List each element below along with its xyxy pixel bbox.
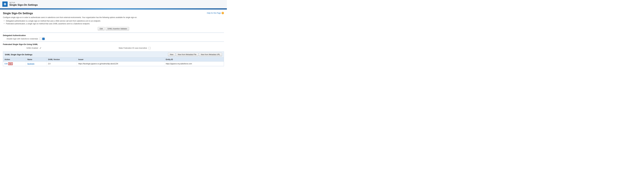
blue-stripe xyxy=(0,8,227,10)
col-name: Name xyxy=(26,58,46,62)
saml-enabled-label: SAML Enabled xyxy=(6,47,38,49)
main-content: Single Sign-On Settings Help for this Pa… xyxy=(0,10,227,69)
col-action: Action xyxy=(3,58,26,62)
help-link-text: Help for this Page xyxy=(207,12,221,14)
saml-table: Action Name SAML Version Issuer Entity I… xyxy=(3,58,224,66)
settings-icon xyxy=(4,3,6,6)
federation-id-label: Make Federation ID case-insensitive xyxy=(115,47,147,49)
saml-table-body: Edit Del facelogin 2.0 https://facelogin… xyxy=(3,62,224,66)
saml-table-head: Action Name SAML Version Issuer Entity I… xyxy=(3,58,224,62)
federation-id-col: Make Federation ID case-insensitive xyxy=(115,47,224,49)
edit-button[interactable]: Edit xyxy=(98,27,105,31)
info-icon[interactable]: i xyxy=(42,38,45,40)
saml-header-buttons: New New from Metadata File New from Meta… xyxy=(168,53,222,56)
edit-row-link[interactable]: Edit xyxy=(4,63,8,65)
saml-validator-button[interactable]: SAML Assertion Validator xyxy=(106,27,129,31)
bullet-item-2: Federated authentication, a single sign-… xyxy=(6,23,224,25)
saml-enabled-checkmark: ✓ xyxy=(40,47,42,49)
disable-login-checkbox[interactable] xyxy=(40,38,42,40)
page-description: Configure single sign-on in order to aut… xyxy=(3,16,224,19)
saml-table-container: Action Name SAML Version Issuer Entity I… xyxy=(3,58,224,66)
bullet-item-1: Delegated authentication is a single sig… xyxy=(6,20,224,23)
saml-settings-section: SAML Single Sign-On Settings New New fro… xyxy=(3,51,224,66)
col-issuer: Issuer xyxy=(77,58,164,62)
page-header: SETUP Single Sign-On Settings xyxy=(0,0,227,8)
help-icon: ? xyxy=(222,12,224,14)
top-button-row: Edit SAML Assertion Validator xyxy=(3,27,224,31)
header-title: Single Sign-On Settings xyxy=(9,4,38,7)
delegated-auth-label: Delegated Authentication xyxy=(3,34,224,37)
table-row: Edit Del facelogin 2.0 https://facelogin… xyxy=(3,62,224,66)
federated-saml-divider xyxy=(3,42,224,42)
bullet-list: Delegated authentication is a single sig… xyxy=(3,20,224,25)
name-cell: facelogin xyxy=(26,62,46,66)
header-text: SETUP Single Sign-On Settings xyxy=(9,2,38,7)
saml-version-cell: 2.0 xyxy=(46,62,77,66)
entity-id-cell: https://japancv.my.salesforce.com xyxy=(164,62,224,66)
setup-label: SETUP xyxy=(9,2,38,4)
federation-id-checkbox[interactable] xyxy=(148,47,150,49)
saml-settings-header: SAML Single Sign-On Settings New New fro… xyxy=(3,51,224,58)
issuer-cell: https://facelogin.japancv.co.jp/realms/i… xyxy=(77,62,164,66)
new-from-metadata-url-button[interactable]: New from Metadata URL xyxy=(199,53,222,56)
table-header-row: Action Name SAML Version Issuer Entity I… xyxy=(3,58,224,62)
action-cell: Edit Del xyxy=(3,62,26,66)
new-button[interactable]: New xyxy=(168,53,175,56)
col-entity-id: Entity ID xyxy=(164,58,224,62)
saml-enabled-col: SAML Enabled ✓ xyxy=(3,47,115,49)
page-title: Single Sign-On Settings xyxy=(3,12,33,15)
page-title-row: Single Sign-On Settings Help for this Pa… xyxy=(3,12,224,15)
del-row-button[interactable]: Del xyxy=(8,62,13,65)
delegated-auth-field-row: Disable login with Salesforce credential… xyxy=(3,38,224,40)
header-icon xyxy=(2,2,8,7)
help-link[interactable]: Help for this Page ? xyxy=(207,12,224,14)
disable-login-label: Disable login with Salesforce credential… xyxy=(6,38,38,40)
action-cell-inner: Edit Del xyxy=(4,62,24,65)
delegated-auth-divider xyxy=(3,33,224,33)
saml-fields-row: SAML Enabled ✓ Make Federation ID case-i… xyxy=(3,47,224,49)
new-from-metadata-file-button[interactable]: New from Metadata File xyxy=(176,53,198,56)
name-link[interactable]: facelogin xyxy=(27,63,34,65)
federated-saml-label: Federated Single Sign-On Using SAML xyxy=(3,43,224,45)
saml-settings-title: SAML Single Sign-On Settings xyxy=(5,54,32,56)
col-saml-version: SAML Version xyxy=(46,58,77,62)
